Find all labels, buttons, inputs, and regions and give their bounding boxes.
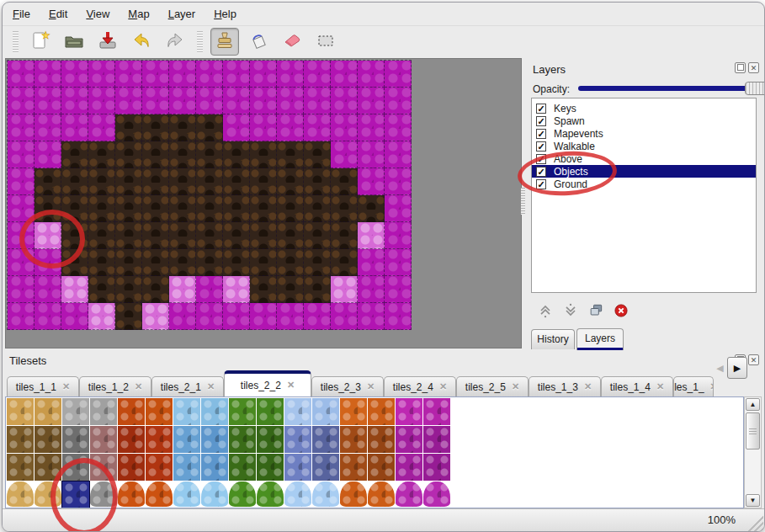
tileset-tile[interactable]	[35, 426, 61, 453]
tileset-tile[interactable]	[396, 426, 422, 453]
opacity-slider-handle[interactable]	[745, 82, 765, 95]
toolbar-grip[interactable]	[13, 31, 19, 53]
tileset-tile[interactable]	[368, 398, 395, 425]
select-tool-button[interactable]	[311, 28, 340, 56]
layer-visibility-checkbox[interactable]: ✓	[536, 167, 546, 177]
open-button[interactable]	[60, 28, 88, 56]
tileset-tile[interactable]	[368, 454, 395, 481]
layer-row-spawn[interactable]: ✓Spawn	[532, 114, 756, 127]
tileset-tile[interactable]	[146, 426, 173, 453]
redo-button[interactable]	[161, 28, 189, 56]
tileset-tile[interactable]	[229, 426, 256, 453]
menu-help[interactable]: Help	[214, 8, 236, 20]
tileset-scrollbar[interactable]: ▲ ▼	[744, 396, 762, 508]
tileset-tile[interactable]	[340, 398, 367, 425]
tileset-tile[interactable]	[368, 426, 395, 453]
tileset-tile[interactable]	[201, 454, 228, 481]
tab-layers[interactable]: Layers	[576, 328, 624, 350]
tileset-tab-tiles_2_2[interactable]: tiles_2_2✕	[224, 370, 311, 396]
tab-history[interactable]: History	[531, 329, 575, 349]
tab-close-icon[interactable]: ✕	[439, 381, 447, 392]
layer-visibility-checkbox[interactable]: ✓	[536, 154, 546, 164]
opacity-slider[interactable]	[578, 82, 765, 95]
close-panel-icon[interactable]: ✕	[748, 354, 759, 365]
layer-row-above[interactable]: ✓Above	[532, 152, 756, 165]
tileset-tile[interactable]	[257, 454, 284, 481]
undo-button[interactable]	[127, 28, 156, 56]
tileset-tile[interactable]	[62, 454, 89, 481]
menu-file[interactable]: File	[13, 8, 30, 20]
tab-close-icon[interactable]: ✕	[287, 380, 295, 391]
tab-close-icon[interactable]: ✕	[512, 381, 519, 392]
tileset-tile[interactable]	[284, 398, 311, 425]
tileset-tab-tiles_1_3[interactable]: tiles_1_3✕	[529, 376, 601, 396]
tab-close-icon[interactable]: ✕	[656, 381, 664, 392]
tileset-tile[interactable]	[90, 454, 117, 481]
tileset-tile[interactable]	[229, 398, 256, 425]
tab-scroll-left-icon[interactable]: ◀	[715, 359, 725, 376]
tab-close-icon[interactable]: ✕	[207, 381, 215, 392]
scroll-down-icon[interactable]: ▼	[746, 494, 760, 507]
layer-visibility-checkbox[interactable]: ✓	[536, 179, 546, 189]
tileset-tile[interactable]	[340, 481, 367, 507]
tileset-tile[interactable]	[7, 454, 34, 481]
save-import-button[interactable]	[93, 28, 122, 56]
tab-scroll-right-icon[interactable]: ▶	[727, 357, 747, 379]
fill-tool-button[interactable]	[244, 28, 273, 56]
delete-layer-button[interactable]	[612, 303, 630, 322]
tileset-tab-tiles_1_4[interactable]: tiles_1_4✕	[601, 376, 673, 396]
tab-close-icon[interactable]: ✕	[710, 381, 714, 392]
tileset-tile[interactable]	[118, 481, 145, 507]
tileset-tile[interactable]	[62, 426, 89, 453]
tileset-tile[interactable]	[173, 481, 200, 507]
layer-row-keys[interactable]: ✓Keys	[532, 102, 756, 114]
tileset-tab-tiles_2_5[interactable]: tiles_2_5✕	[456, 376, 529, 396]
tab-close-icon[interactable]: ✕	[367, 381, 375, 392]
tileset-tile[interactable]	[229, 481, 256, 507]
tileset-tile[interactable]	[312, 398, 339, 425]
tileset-tile[interactable]	[284, 454, 311, 481]
menu-view[interactable]: View	[86, 8, 109, 20]
tileset-tile[interactable]	[423, 481, 450, 507]
tileset-tab-tiles_2_4[interactable]: tiles_2_4✕	[384, 376, 456, 396]
tileset-tile[interactable]	[340, 426, 367, 453]
tab-close-icon[interactable]: ✕	[135, 381, 142, 392]
new-file-button[interactable]: ★	[26, 28, 55, 56]
map-canvas[interactable]	[5, 58, 522, 348]
tab-close-icon[interactable]: ✕	[62, 381, 70, 392]
tileset-tile[interactable]	[90, 426, 117, 453]
tileset-tile[interactable]	[35, 481, 61, 507]
scrollbar-thumb[interactable]	[746, 412, 760, 450]
tileset-tile[interactable]	[35, 454, 61, 481]
tileset-tile[interactable]	[257, 398, 284, 425]
toolbar-grip[interactable]	[197, 31, 203, 53]
layer-visibility-checkbox[interactable]: ✓	[536, 141, 546, 152]
stamp-tool-button[interactable]	[210, 28, 239, 56]
tileset-tab-tiles_2_3[interactable]: tiles_2_3✕	[311, 376, 384, 396]
tileset-tile[interactable]	[90, 481, 117, 507]
tileset-tile[interactable]	[201, 426, 228, 453]
move-layer-down-button[interactable]	[561, 303, 580, 322]
tileset-tile[interactable]	[284, 426, 311, 453]
eraser-tool-button[interactable]	[278, 28, 306, 56]
tileset-tile[interactable]	[173, 454, 200, 481]
scroll-up-icon[interactable]: ▲	[746, 398, 760, 411]
tileset-tile[interactable]	[423, 426, 450, 453]
tileset-tile[interactable]	[146, 481, 173, 507]
tileset-tile[interactable]	[423, 398, 450, 425]
tileset-tile[interactable]	[35, 398, 61, 425]
menu-map[interactable]: Map	[128, 8, 149, 20]
tileset-tile[interactable]	[146, 454, 173, 481]
close-panel-icon[interactable]: ✕	[748, 62, 759, 73]
tileset-tile[interactable]	[7, 398, 34, 425]
menu-layer[interactable]: Layer	[168, 8, 196, 20]
tileset-tile[interactable]	[312, 481, 339, 507]
tileset-tile[interactable]	[90, 398, 117, 425]
tileset-tile[interactable]	[257, 481, 284, 507]
layer-visibility-checkbox[interactable]: ✓	[536, 116, 546, 126]
tileset-tile[interactable]	[118, 398, 145, 425]
tileset-tile[interactable]	[7, 426, 34, 453]
tileset-tile[interactable]	[257, 426, 284, 453]
tileset-tile[interactable]	[368, 481, 395, 507]
tileset-tab-tiles_2_1[interactable]: tiles_2_1✕	[151, 376, 224, 396]
